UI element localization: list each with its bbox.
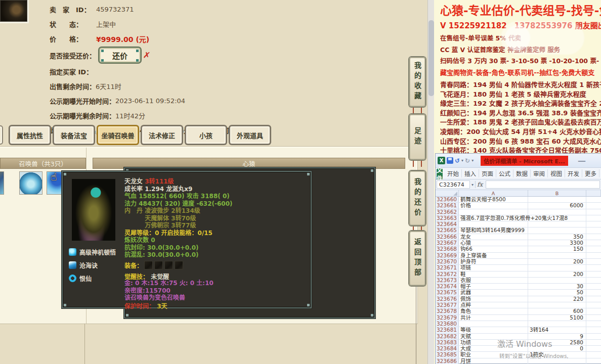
row-header[interactable]: 323683 <box>436 340 459 345</box>
cell-a[interactable]: 龙女 <box>459 234 528 240</box>
formula-input[interactable] <box>486 180 600 189</box>
row-header[interactable]: 323665 <box>436 228 459 233</box>
cell-b[interactable]: 3300 <box>528 240 586 246</box>
cell-b[interactable]: 350 <box>528 234 586 240</box>
cell-a[interactable]: 等级 <box>459 327 528 333</box>
ribbon-tab[interactable]: 插入 <box>462 169 479 177</box>
side-button[interactable]: 返回顶部 <box>409 231 426 286</box>
row-header[interactable]: 323685 <box>436 352 459 357</box>
ribbon-tab[interactable]: 公式 <box>496 169 513 177</box>
save-icon[interactable] <box>447 157 453 164</box>
ribbon-tab[interactable]: 数据 <box>513 169 531 177</box>
cell-name-box[interactable]: C323674 <box>437 180 470 189</box>
cell-a[interactable] <box>459 221 528 227</box>
scrollbar-thumb[interactable] <box>428 20 434 96</box>
tab[interactable]: 小孩 <box>185 125 227 145</box>
summon-icon-1[interactable] <box>0 171 4 195</box>
row-header[interactable]: 323677 <box>436 302 459 308</box>
cell-a[interactable]: 佩饰 <box>459 296 528 302</box>
tab[interactable]: 坐骑召唤兽 <box>97 125 139 145</box>
cell-b[interactable]: 6000 <box>528 203 586 208</box>
cell-b[interactable] <box>528 278 586 283</box>
column-header-a[interactable]: A <box>459 190 528 196</box>
cell-b[interactable] <box>528 197 586 202</box>
row-header[interactable]: 323666 <box>436 234 459 240</box>
minimize-button[interactable]: — <box>578 156 586 165</box>
bargain-button[interactable]: 还价 <box>99 47 141 63</box>
tab[interactable]: 法术修正 <box>141 125 183 145</box>
row-header[interactable]: 323660 <box>436 197 459 202</box>
row-header[interactable]: 323661 <box>436 203 459 208</box>
ribbon-tab[interactable]: 更多 <box>582 169 599 177</box>
row-header[interactable]: 323679 <box>436 315 459 321</box>
cell-b[interactable] <box>528 302 586 308</box>
row-header[interactable]: 323681 <box>436 327 459 333</box>
cell-a[interactable]: 鹤舞云天帽子8500 <box>459 197 528 202</box>
cell-a[interactable]: 护身符 <box>459 259 528 264</box>
cell-b[interactable] <box>528 221 586 227</box>
row-header[interactable]: 323676 <box>436 296 459 302</box>
row-header[interactable]: 323670 <box>436 259 459 264</box>
cell-a[interactable]: 帽子 <box>459 284 528 289</box>
file-tab[interactable]: 文件 <box>437 168 443 179</box>
tab[interactable]: 外观道具 <box>229 125 271 145</box>
cell-b[interactable]: 220 <box>528 296 586 302</box>
fx-icon[interactable]: fx <box>475 181 484 188</box>
undo-dropdown-icon[interactable]: ▾ <box>461 158 463 163</box>
excel-titlebar[interactable]: X ↺ ▾ ↻ ▾ 估价详细清单 - Microsoft E... — <box>436 154 601 167</box>
namebox-dropdown-icon[interactable]: ▾ <box>471 183 474 187</box>
cell-a[interactable]: 琴瑟和鸣3转164男魔9999 <box>459 228 528 233</box>
column-header-c[interactable] <box>586 190 601 196</box>
cell-b[interactable] <box>528 321 586 327</box>
row-header[interactable]: 323672 <box>436 271 459 277</box>
cell-b[interactable] <box>528 265 586 270</box>
cell-a[interactable]: 衣服 <box>459 278 528 283</box>
cell-a[interactable]: 项链 <box>459 265 528 270</box>
cell-b[interactable] <box>528 253 586 258</box>
row-header[interactable]: 323686 <box>436 358 459 364</box>
undo-icon[interactable]: ↺ <box>455 157 460 164</box>
qat-dropdown-icon[interactable]: ▾ <box>471 158 474 163</box>
cell-a[interactable]: 点粹 <box>459 302 528 308</box>
row-header[interactable]: 323663 <box>436 215 459 221</box>
side-button[interactable]: 足迹 <box>409 114 426 160</box>
row-header[interactable]: 323673 <box>436 278 459 283</box>
column-header-b[interactable]: B <box>528 190 586 196</box>
cell-b[interactable]: 50 <box>528 290 586 295</box>
cell-a[interactable] <box>459 209 528 215</box>
ribbon-tab[interactable]: 开始 <box>445 169 462 177</box>
cell-b[interactable]: 150 <box>528 246 586 252</box>
cell-b[interactable]: 600 <box>528 308 586 314</box>
row-header[interactable]: 323674 <box>436 284 459 289</box>
row-header[interactable]: 323680 <box>436 321 459 327</box>
row-header[interactable]: 323668 <box>436 246 459 252</box>
row-header[interactable]: 323664 <box>436 221 459 227</box>
row-header[interactable]: 323675 <box>436 290 459 295</box>
cell-a[interactable]: 强混6.7蓝字忽混0.7炼化根骨+20鬼火17混8 <box>459 215 528 221</box>
select-all-corner[interactable] <box>436 190 459 196</box>
row-header[interactable]: 323662 <box>436 209 459 215</box>
row-header[interactable]: 323684 <box>436 346 459 351</box>
row-header[interactable]: 323671 <box>436 265 459 270</box>
ribbon-tab[interactable]: 开发 <box>565 169 582 177</box>
cell-b[interactable]: 200 <box>528 259 586 264</box>
redo-icon[interactable]: ↻ <box>465 157 470 164</box>
cell-b[interactable]: 200 <box>528 271 586 277</box>
row-header[interactable]: 323682 <box>436 334 459 339</box>
side-button[interactable]: 我的收藏 <box>409 57 426 107</box>
summon-icon-2[interactable] <box>19 171 42 195</box>
ribbon-tab[interactable]: 视图 <box>548 169 565 177</box>
tab[interactable]: 属性抗性 <box>9 125 51 145</box>
ribbon-tab[interactable]: 审阅 <box>531 169 548 177</box>
cell-a[interactable]: 共计 <box>459 315 528 321</box>
cell-b[interactable]: 3转164 <box>528 327 586 333</box>
excel-logo-icon[interactable]: X <box>438 157 445 164</box>
side-button[interactable]: 我的还价 <box>409 170 426 226</box>
tab[interactable]: 装备法宝 <box>53 125 95 145</box>
row-header[interactable]: 323667 <box>436 240 459 246</box>
cell-a[interactable]: 角色 <box>459 308 528 314</box>
cell-a[interactable]: 心猿 <box>459 240 528 246</box>
cell-b[interactable] <box>528 228 586 233</box>
cell-a[interactable]: 武器 <box>459 290 528 295</box>
cell-b[interactable] <box>528 209 586 215</box>
